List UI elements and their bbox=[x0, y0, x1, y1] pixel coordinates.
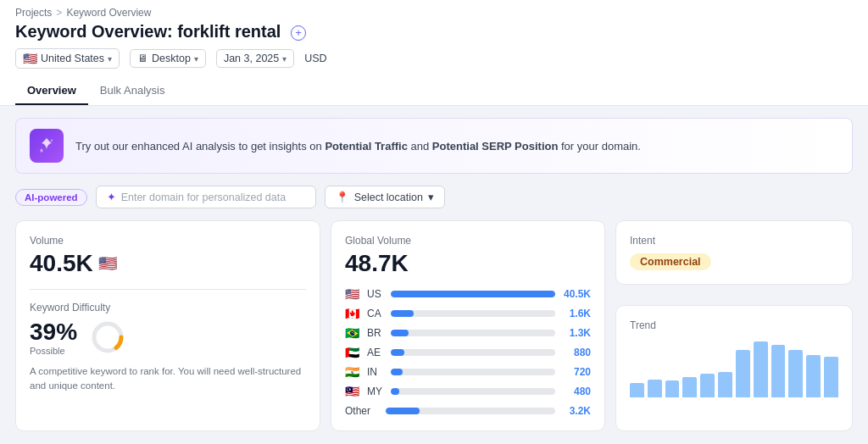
trend-bar-9 bbox=[771, 345, 786, 397]
volume-number: 40.5K 🇺🇸 bbox=[30, 250, 306, 277]
trend-bar-7 bbox=[736, 350, 750, 397]
device-filter[interactable]: 🖥 Desktop ▾ bbox=[130, 49, 206, 68]
date-label: Jan 3, 2025 bbox=[224, 53, 279, 64]
breadcrumb-sep: > bbox=[56, 7, 62, 19]
trend-bar-4 bbox=[682, 377, 697, 398]
volume-label: Volume bbox=[30, 235, 306, 247]
flag-br: 🇧🇷 bbox=[345, 326, 362, 340]
flag-my: 🇲🇾 bbox=[345, 385, 362, 398]
right-column: Intent Commercial Trend bbox=[615, 220, 853, 431]
intent-card: Intent Commercial bbox=[615, 220, 853, 285]
trend-bar-11 bbox=[806, 355, 821, 397]
chevron-down-icon: ▾ bbox=[108, 54, 112, 64]
flag-us: 🇺🇸 bbox=[345, 287, 362, 301]
country-row-br: 🇧🇷 BR 1.3K bbox=[345, 326, 591, 340]
tabs-row: Overview Bulk Analysis bbox=[15, 77, 853, 105]
sparkle-icon: ✦ bbox=[107, 191, 116, 203]
bar-fill-my bbox=[391, 388, 399, 395]
global-volume-number: 48.7K bbox=[345, 250, 591, 277]
global-volume-label: Global Volume bbox=[345, 235, 591, 247]
bar-fill-in bbox=[391, 369, 403, 375]
filters-row: 🇺🇸 United States ▾ 🖥 Desktop ▾ Jan 3, 20… bbox=[15, 48, 853, 75]
flag-ca: 🇨🇦 bbox=[345, 307, 362, 320]
tab-bulk-analysis[interactable]: Bulk Analysis bbox=[88, 77, 177, 105]
code-us: US bbox=[367, 288, 386, 300]
volume-card: Volume 40.5K 🇺🇸 Keyword Difficulty 39% P… bbox=[15, 220, 320, 431]
flag-in: 🇮🇳 bbox=[345, 365, 362, 379]
flag-ae: 🇦🇪 bbox=[345, 346, 362, 359]
bar-fill-br bbox=[391, 330, 409, 336]
ai-icon bbox=[30, 129, 64, 163]
date-filter[interactable]: Jan 3, 2025 ▾ bbox=[216, 49, 294, 68]
val-us: 40.5K bbox=[560, 288, 591, 300]
title-prefix: Keyword Overview: bbox=[15, 22, 173, 41]
domain-input-placeholder: Enter domain for personalized data bbox=[121, 191, 287, 203]
country-row-in: 🇮🇳 IN 720 bbox=[345, 365, 591, 379]
ai-banner-text: Try out our enhanced AI analysis to get … bbox=[75, 140, 838, 153]
trend-bar-1 bbox=[630, 383, 644, 398]
trend-bar-3 bbox=[665, 380, 680, 397]
bar-bg-in bbox=[391, 369, 555, 375]
breadcrumb-projects[interactable]: Projects bbox=[15, 7, 52, 19]
ai-input-row: AI-powered ✦ Enter domain for personaliz… bbox=[15, 186, 853, 208]
kd-row: 39% Possible bbox=[30, 319, 306, 356]
trend-bar-12 bbox=[824, 357, 838, 397]
other-val: 3.2K bbox=[560, 405, 591, 417]
bar-fill-other bbox=[386, 408, 420, 414]
val-ca: 1.6K bbox=[560, 308, 591, 319]
tab-overview[interactable]: Overview bbox=[15, 77, 88, 105]
location-icon: 📍 bbox=[336, 191, 349, 203]
chevron-down-icon: ▾ bbox=[282, 54, 287, 64]
country-row-us: 🇺🇸 US 40.5K bbox=[345, 287, 591, 301]
country-row-ae: 🇦🇪 AE 880 bbox=[345, 346, 591, 359]
intent-badge: Commercial bbox=[630, 253, 711, 270]
code-in: IN bbox=[367, 366, 386, 378]
kd-number: 39% bbox=[30, 319, 77, 346]
trend-label: Trend bbox=[630, 319, 838, 331]
val-br: 1.3K bbox=[560, 327, 591, 339]
add-keyword-icon[interactable]: + bbox=[291, 25, 306, 41]
country-row-my: 🇲🇾 MY 480 bbox=[345, 385, 591, 398]
keyword-text: forklift rental bbox=[177, 22, 281, 41]
breadcrumb-current: Keyword Overview bbox=[66, 7, 151, 19]
kd-label: Keyword Difficulty bbox=[30, 302, 306, 314]
bar-fill-us bbox=[391, 291, 555, 297]
country-row-ca: 🇨🇦 CA 1.6K bbox=[345, 307, 591, 320]
bar-bg-us bbox=[391, 291, 555, 297]
chevron-down-icon: ▾ bbox=[428, 191, 434, 203]
bar-bg-other bbox=[386, 408, 555, 414]
domain-input[interactable]: ✦ Enter domain for personalized data bbox=[96, 186, 316, 208]
bar-bg-ca bbox=[391, 310, 555, 317]
trend-bar-6 bbox=[718, 372, 732, 397]
bar-fill-ca bbox=[391, 310, 414, 317]
chevron-down-icon: ▾ bbox=[194, 54, 198, 64]
val-my: 480 bbox=[560, 386, 591, 397]
country-bars: 🇺🇸 US 40.5K 🇨🇦 CA 1.6K 🇧🇷 BR 1.3K bbox=[345, 287, 591, 417]
val-ae: 880 bbox=[560, 347, 591, 358]
kd-description: A competitive keyword to rank for. You w… bbox=[30, 364, 306, 394]
location-label: Select location bbox=[354, 191, 423, 203]
code-br: BR bbox=[367, 327, 386, 339]
device-label: Desktop bbox=[152, 53, 191, 64]
breadcrumb: Projects > Keyword Overview bbox=[15, 7, 853, 19]
bar-bg-br bbox=[391, 330, 555, 336]
trend-bar-5 bbox=[700, 374, 715, 397]
country-label: United States bbox=[41, 53, 104, 64]
device-icon: 🖥 bbox=[137, 53, 148, 64]
ai-banner: Try out our enhanced AI analysis to get … bbox=[15, 118, 853, 174]
bar-bg-ae bbox=[391, 349, 555, 356]
cards-row: Volume 40.5K 🇺🇸 Keyword Difficulty 39% P… bbox=[15, 220, 853, 431]
kd-donut bbox=[89, 319, 126, 356]
location-select[interactable]: 📍 Select location ▾ bbox=[325, 186, 445, 208]
kd-possible: Possible bbox=[30, 346, 77, 356]
global-volume-card: Global Volume 48.7K 🇺🇸 US 40.5K 🇨🇦 CA 1.… bbox=[331, 220, 605, 431]
bar-fill-ae bbox=[391, 349, 404, 356]
volume-flag: 🇺🇸 bbox=[98, 254, 117, 273]
other-label: Other bbox=[345, 405, 381, 417]
page-title: Keyword Overview: forklift rental + bbox=[15, 22, 853, 42]
trend-bar-8 bbox=[754, 341, 768, 398]
country-filter[interactable]: 🇺🇸 United States ▾ bbox=[15, 48, 120, 69]
val-in: 720 bbox=[560, 366, 591, 378]
other-row: Other 3.2K bbox=[345, 405, 591, 417]
volume-value: 40.5K bbox=[30, 250, 93, 277]
